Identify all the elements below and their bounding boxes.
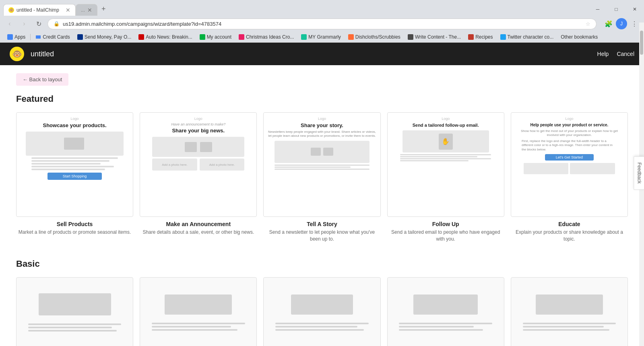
bookmark-christmas[interactable]: Christmas Ideas Cro... (235, 33, 297, 41)
template-card-followup[interactable]: Logo Send a tailored follow-up email. ✋ … (387, 112, 504, 243)
back-button[interactable]: ‹ (4, 18, 15, 29)
preview-logo-wrap-story: Logo (268, 117, 376, 121)
template-card-basic-3[interactable] (263, 277, 380, 346)
preview-announce-title: Share your big news. (144, 128, 252, 134)
bookmark-dishcloths[interactable]: Dishcloths/Scrubbies (345, 33, 404, 41)
bookmark-send-money-label: Send Money, Pay O... (85, 34, 132, 40)
profile-button[interactable]: J (616, 18, 627, 29)
bookmarks-bar: Apps Credit Cards Send Money, Pay O... A… (0, 32, 644, 43)
template-name-followup: Follow Up (387, 221, 504, 227)
bookmark-auto-news-favicon (138, 34, 144, 40)
template-card-basic-5[interactable] (511, 277, 628, 346)
feedback-button[interactable]: Feedback (634, 157, 644, 190)
bookmark-grammarly[interactable]: MY Grammarly (298, 33, 344, 41)
template-card-educate[interactable]: Logo Help people use your product or ser… (511, 112, 628, 243)
basic-1-image (39, 293, 111, 315)
featured-template-grid: Logo Showcase your products. Start Shopp… (16, 112, 628, 243)
basic-2-lines (152, 321, 245, 332)
cancel-link[interactable]: Cancel (617, 51, 634, 57)
bookmark-separator (30, 34, 31, 40)
template-preview-story[interactable]: Logo Share your story. Newsletters keep … (263, 112, 380, 217)
preview-educate-grid (515, 163, 623, 174)
extensions-button[interactable]: 🧩 (603, 18, 614, 29)
basic-template-grid (16, 277, 628, 346)
bookmark-apps-label: Apps (14, 34, 25, 40)
preview-logo-label-followup: Logo (392, 117, 500, 121)
template-card-basic-1[interactable] (16, 277, 133, 346)
address-bar[interactable]: 🔒 us19.admin.mailchimp.com/campaigns/wiz… (47, 19, 597, 29)
template-card-story[interactable]: Logo Share your story. Newsletters keep … (263, 112, 380, 243)
basic-preview-2[interactable] (140, 277, 257, 346)
back-banner[interactable]: ← Back to layout (16, 73, 68, 86)
minimize-button[interactable]: ─ (588, 3, 607, 16)
template-card-sell-products[interactable]: Logo Showcase your products. Start Shopp… (16, 112, 133, 243)
browser-tab-other[interactable]: ... ✕ (76, 4, 97, 16)
template-desc-story: Send a newsletter to let people know wha… (263, 229, 380, 243)
bookmark-recipes-favicon (468, 34, 474, 40)
preview-logo-wrap-sell: Logo (21, 117, 129, 121)
app-title: untitled (31, 50, 597, 58)
template-name-educate: Educate (511, 221, 628, 227)
basic-preview-3[interactable] (263, 277, 380, 346)
tab-close-icon[interactable]: ✕ (66, 7, 70, 13)
basic-preview-1[interactable] (16, 277, 133, 346)
bookmark-auto-news[interactable]: Auto News: Breakin... (135, 33, 195, 41)
template-preview-announcement[interactable]: Logo Have an announcement to make? Share… (140, 112, 257, 217)
menu-button[interactable]: ⋮ (629, 18, 640, 29)
bookmark-grammarly-label: MY Grammarly (308, 34, 341, 40)
preview-story-main-title: Share your story. (268, 122, 376, 128)
bookmark-recipes-label: Recipes (475, 34, 493, 40)
preview-sell-cta: Start Shopping (47, 173, 102, 180)
template-preview-followup[interactable]: Logo Send a tailored follow-up email. ✋ (387, 112, 504, 217)
preview-logo-wrap-followup: Logo (392, 117, 500, 121)
bookmark-credit-cards-favicon (35, 35, 41, 39)
basic-preview-5[interactable] (511, 277, 628, 346)
preview-announce-bottom-imgs: Add a photo here. Add a photo here. (152, 159, 244, 171)
basic-preview-4[interactable] (387, 277, 504, 346)
template-preview-sell-products[interactable]: Logo Showcase your products. Start Shopp… (16, 112, 133, 217)
preview-announce-center-img (152, 137, 244, 157)
basic-4-lines (399, 321, 492, 332)
scrollbar-thumb[interactable] (640, 31, 643, 55)
preview-educate-title: Help people use your product or service. (515, 122, 623, 128)
bookmark-send-money[interactable]: Send Money, Pay O... (74, 33, 135, 41)
preview-educate-instructions: First, replace the logo and change the f… (515, 139, 623, 152)
template-card-announcement[interactable]: Logo Have an announcement to make? Share… (140, 112, 257, 243)
bookmark-credit-cards[interactable]: Credit Cards (32, 33, 73, 41)
browser-tab-mailchimp[interactable]: 🐵 untitled - MailChimp ✕ (3, 4, 76, 16)
bookmark-my-account-label: My account (207, 34, 231, 40)
bookmark-credit-cards-label: Credit Cards (43, 34, 70, 40)
bookmark-twitter[interactable]: Twitter character co... (497, 33, 557, 41)
preview-story-sub-text: Newsletters keep people engaged with you… (268, 130, 376, 138)
back-banner-text: ← Back to layout (23, 76, 62, 82)
template-preview-educate[interactable]: Logo Help people use your product or ser… (511, 112, 628, 217)
bookmark-my-account[interactable]: My account (196, 33, 235, 41)
bookmark-twitter-favicon (500, 34, 506, 40)
help-link[interactable]: Help (597, 51, 609, 57)
basic-3-lines (275, 321, 368, 332)
new-tab-button[interactable]: + (97, 2, 110, 16)
bookmark-icon[interactable]: ☆ (586, 21, 590, 27)
tab-title: untitled - MailChimp (17, 7, 63, 13)
forward-button[interactable]: › (19, 18, 30, 29)
tab-close-2-icon[interactable]: ✕ (87, 7, 92, 13)
preview-story-img (275, 141, 370, 163)
preview-logo-label-sell: Logo (21, 117, 129, 121)
bookmark-recipes[interactable]: Recipes (465, 33, 496, 41)
bookmark-other[interactable]: Other bookmarks (557, 33, 601, 41)
template-card-basic-4[interactable] (387, 277, 504, 346)
bookmark-christmas-label: Christmas Ideas Cro... (246, 34, 294, 40)
preview-followup-text-lines (392, 154, 500, 161)
template-card-basic-2[interactable] (140, 277, 257, 346)
preview-logo-label-story: Logo (268, 117, 376, 121)
basic-1-lines (28, 322, 121, 333)
bookmark-dishcloths-label: Dishcloths/Scrubbies (355, 34, 400, 40)
bookmark-apps[interactable]: Apps (4, 33, 29, 41)
basic-section-title: Basic (16, 259, 628, 269)
refresh-button[interactable]: ↻ (33, 18, 44, 29)
close-window-button[interactable]: ✕ (625, 3, 644, 16)
maximize-button[interactable]: □ (607, 3, 625, 16)
preview-sell-title: Showcase your products. (21, 122, 129, 128)
bookmark-write-content[interactable]: Write Content - The... (405, 33, 464, 41)
app-header: 🐵 untitled Help Cancel (0, 43, 644, 65)
